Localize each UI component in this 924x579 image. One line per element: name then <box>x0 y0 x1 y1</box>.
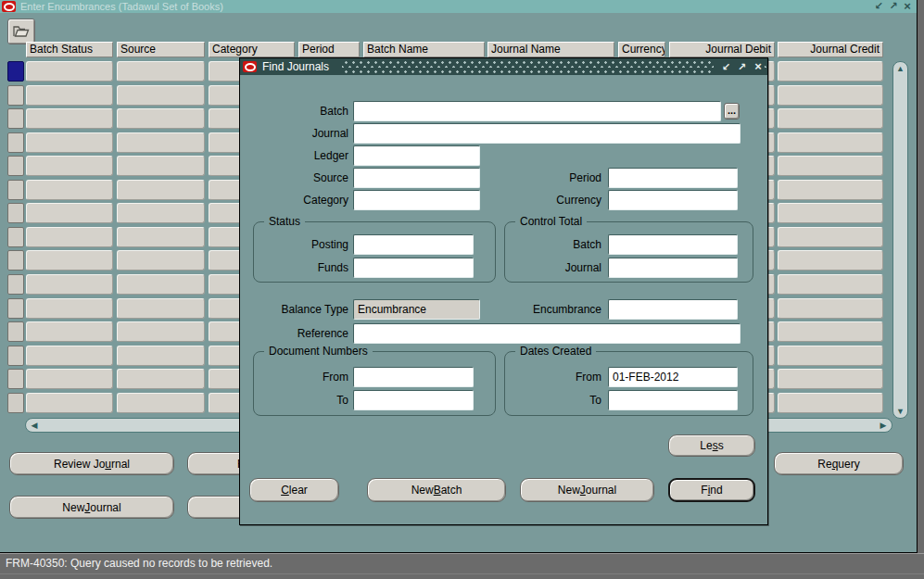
grid-cell-journal-credit[interactable] <box>778 250 883 271</box>
grid-cell-journal-credit[interactable] <box>778 298 883 319</box>
scroll-right-icon[interactable]: ▶ <box>877 419 890 432</box>
row-selector[interactable] <box>7 346 24 366</box>
grid-cell-journal-credit[interactable] <box>778 203 883 223</box>
row-selector[interactable] <box>7 274 24 295</box>
row-selector[interactable] <box>7 61 24 82</box>
row-selector[interactable] <box>7 203 24 223</box>
grid-cell-source[interactable] <box>117 298 205 319</box>
maximize-icon[interactable]: ↗ <box>887 0 900 13</box>
grid-cell-journal-credit[interactable] <box>778 180 883 200</box>
row-selector[interactable] <box>7 369 24 389</box>
journal-input[interactable] <box>353 123 740 144</box>
grid-cell-batch-status[interactable] <box>26 346 113 366</box>
grid-cell-source[interactable] <box>117 227 205 247</box>
less-button[interactable]: Less <box>668 434 755 457</box>
grid-cell-source[interactable] <box>117 108 205 129</box>
grid-cell-source[interactable] <box>117 156 205 176</box>
row-selector[interactable] <box>7 156 24 176</box>
grid-cell-journal-credit[interactable] <box>778 227 883 247</box>
scroll-down-icon[interactable]: ▼ <box>893 406 907 417</box>
grid-cell-source[interactable] <box>117 61 205 82</box>
row-selector[interactable] <box>7 227 24 247</box>
clear-button[interactable]: Clear <box>249 478 339 502</box>
period-input[interactable] <box>608 168 738 188</box>
grid-cell-batch-status[interactable] <box>26 274 113 295</box>
grid-cell-source[interactable] <box>117 274 205 295</box>
requery-button[interactable]: Requery <box>774 452 904 475</box>
currency-input[interactable] <box>608 190 738 210</box>
row-selector[interactable] <box>7 393 24 413</box>
grid-cell-journal-credit[interactable] <box>778 369 883 389</box>
control-total-batch-input[interactable] <box>608 234 738 255</box>
dates-from-input[interactable] <box>608 367 738 387</box>
oracle-logo-icon <box>2 1 16 12</box>
grid-cell-journal-credit[interactable] <box>778 274 883 295</box>
dialog-new-journal-button[interactable]: New Journal <box>520 478 654 502</box>
grid-cell-source[interactable] <box>117 346 205 366</box>
category-input[interactable] <box>353 190 480 210</box>
scroll-left-icon[interactable]: ◀ <box>28 419 41 432</box>
posting-label: Posting <box>246 234 348 255</box>
row-selector[interactable] <box>7 298 24 319</box>
grid-cell-batch-status[interactable] <box>26 227 113 247</box>
grid-cell-journal-credit[interactable] <box>778 321 883 342</box>
grid-cell-source[interactable] <box>117 85 205 106</box>
grid-cell-batch-status[interactable] <box>26 180 113 200</box>
grid-cell-source[interactable] <box>117 321 205 342</box>
row-selector[interactable] <box>7 132 24 153</box>
grid-cell-journal-credit[interactable] <box>778 156 883 176</box>
posting-input[interactable] <box>353 234 474 255</box>
control-total-journal-input[interactable] <box>608 258 738 278</box>
grid-cell-batch-status[interactable] <box>26 108 113 129</box>
grid-cell-journal-credit[interactable] <box>778 61 883 82</box>
open-button[interactable] <box>7 19 35 44</box>
grid-cell-batch-status[interactable] <box>26 61 113 82</box>
row-selector[interactable] <box>7 250 24 271</box>
grid-cell-source[interactable] <box>117 393 205 413</box>
grid-vertical-scrollbar[interactable]: ▲ ▼ <box>892 61 908 419</box>
batch-lov-button[interactable]: ... <box>724 103 740 120</box>
grid-cell-source[interactable] <box>117 180 205 200</box>
dates-to-input[interactable] <box>608 390 738 410</box>
grid-cell-batch-status[interactable] <box>26 203 113 223</box>
grid-cell-source[interactable] <box>117 132 205 153</box>
funds-input[interactable] <box>353 258 474 278</box>
row-selector[interactable] <box>7 180 24 200</box>
row-selector[interactable] <box>7 85 24 106</box>
dialog-maximize-icon[interactable]: ↗ <box>736 59 749 72</box>
review-journal-button[interactable]: Review Journal <box>9 452 174 475</box>
new-journal-button[interactable]: New Journal <box>9 496 174 519</box>
scroll-up-icon[interactable]: ▲ <box>893 63 907 74</box>
document-to-input[interactable] <box>353 390 474 410</box>
grid-cell-batch-status[interactable] <box>26 85 113 106</box>
grid-cell-source[interactable] <box>117 203 205 223</box>
document-from-input[interactable] <box>353 367 474 387</box>
grid-cell-source[interactable] <box>117 250 205 271</box>
grid-cell-batch-status[interactable] <box>26 321 113 342</box>
minimize-icon[interactable]: ↙ <box>872 0 885 13</box>
grid-cell-batch-status[interactable] <box>26 132 113 153</box>
find-button[interactable]: Find <box>668 478 755 502</box>
encumbrance-input[interactable] <box>608 299 738 320</box>
grid-cell-batch-status[interactable] <box>26 298 113 319</box>
ledger-input[interactable] <box>353 145 480 166</box>
row-selector[interactable] <box>7 108 24 129</box>
reference-input[interactable] <box>353 323 740 344</box>
grid-cell-source[interactable] <box>117 369 205 389</box>
dialog-close-icon[interactable]: × <box>752 58 765 71</box>
grid-cell-journal-credit[interactable] <box>778 346 883 366</box>
source-input[interactable] <box>353 168 480 188</box>
dialog-new-batch-button[interactable]: New Batch <box>367 478 506 502</box>
batch-input[interactable] <box>353 101 721 121</box>
close-icon[interactable]: × <box>901 0 914 13</box>
dialog-minimize-icon[interactable]: ↙ <box>719 59 732 72</box>
grid-cell-batch-status[interactable] <box>26 393 113 413</box>
grid-cell-batch-status[interactable] <box>26 369 113 389</box>
grid-cell-batch-status[interactable] <box>26 156 113 176</box>
grid-cell-journal-credit[interactable] <box>778 108 883 129</box>
grid-cell-journal-credit[interactable] <box>778 85 883 106</box>
grid-cell-journal-credit[interactable] <box>778 132 883 153</box>
grid-cell-journal-credit[interactable] <box>778 393 883 413</box>
row-selector[interactable] <box>7 321 24 342</box>
grid-cell-batch-status[interactable] <box>26 250 113 271</box>
